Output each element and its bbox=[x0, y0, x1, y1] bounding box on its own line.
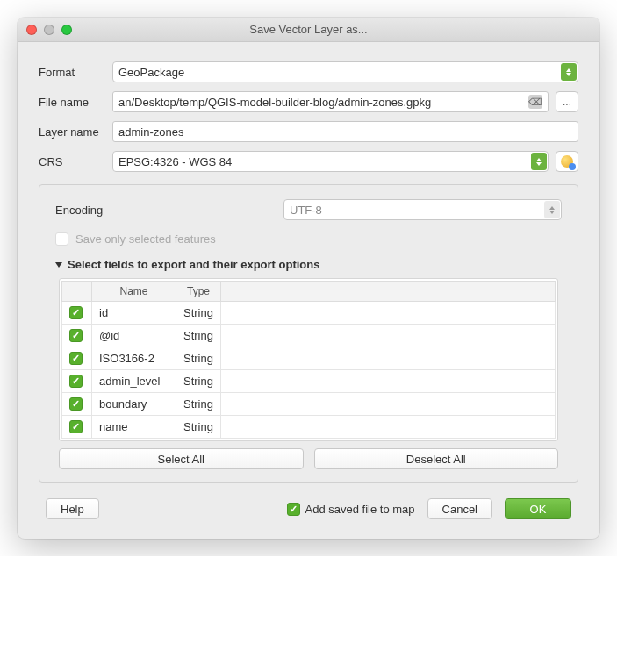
layer-name-value: admin-zones bbox=[118, 125, 183, 139]
clear-icon[interactable]: ⌫ bbox=[528, 95, 542, 109]
cancel-button[interactable]: Cancel bbox=[427, 498, 492, 519]
select-all-button[interactable]: Select All bbox=[59, 448, 304, 469]
encoding-label: Encoding bbox=[55, 204, 283, 217]
field-name: @id bbox=[92, 325, 176, 347]
col-name: Name bbox=[92, 282, 176, 302]
field-name: boundary bbox=[92, 393, 176, 416]
browse-button[interactable]: ... bbox=[556, 91, 578, 112]
globe-icon bbox=[561, 155, 573, 168]
window-title: Save Vector Layer as... bbox=[18, 23, 599, 36]
fields-table: Name Type idString@idStringISO3166-2Stri… bbox=[59, 278, 558, 441]
add-to-map-label: Add saved file to map bbox=[305, 503, 415, 516]
table-row: @idString bbox=[62, 325, 556, 347]
field-checkbox[interactable] bbox=[69, 329, 83, 342]
layer-name-input[interactable]: admin-zones bbox=[112, 121, 578, 142]
field-checkbox[interactable] bbox=[69, 375, 83, 388]
col-check bbox=[62, 282, 92, 302]
save-selected-label: Save only selected features bbox=[75, 232, 216, 246]
save-selected-checkbox bbox=[55, 232, 68, 246]
layer-name-label: Layer name bbox=[39, 125, 112, 139]
field-type: String bbox=[176, 370, 221, 393]
field-name: ISO3166-2 bbox=[92, 347, 176, 370]
crs-value: EPSG:4326 - WGS 84 bbox=[118, 155, 232, 168]
table-row: admin_levelString bbox=[62, 370, 556, 393]
field-checkbox[interactable] bbox=[69, 306, 83, 319]
deselect-all-button[interactable]: Deselect All bbox=[314, 448, 559, 469]
field-checkbox[interactable] bbox=[69, 420, 83, 433]
encoding-select: UTF-8 bbox=[283, 199, 562, 220]
field-type: String bbox=[176, 325, 221, 347]
chevron-updown-icon bbox=[531, 153, 547, 170]
fields-section-header[interactable]: Select fields to export and their export… bbox=[55, 258, 562, 271]
chevron-updown-icon bbox=[561, 63, 577, 81]
titlebar: Save Vector Layer as... bbox=[18, 18, 599, 42]
field-type: String bbox=[176, 302, 221, 325]
file-name-label: File name bbox=[39, 96, 112, 109]
add-to-map-row[interactable]: Add saved file to map bbox=[287, 503, 415, 516]
col-type: Type bbox=[176, 282, 221, 302]
ok-button[interactable]: OK bbox=[505, 498, 571, 519]
field-checkbox[interactable] bbox=[69, 397, 83, 411]
chevron-updown-icon bbox=[544, 201, 560, 218]
table-row: nameString bbox=[62, 416, 556, 439]
dialog-save-vector-layer: Save Vector Layer as... Format GeoPackag… bbox=[18, 18, 599, 539]
disclosure-triangle-icon bbox=[55, 262, 62, 268]
format-label: Format bbox=[39, 66, 112, 79]
col-blank bbox=[220, 282, 555, 302]
save-selected-row: Save only selected features bbox=[55, 232, 562, 246]
field-checkbox[interactable] bbox=[69, 352, 83, 365]
field-name: id bbox=[92, 302, 176, 325]
file-name-input[interactable]: an/Desktop/temp/QGIS-model-builder-blog/… bbox=[112, 91, 549, 112]
help-button[interactable]: Help bbox=[46, 498, 99, 519]
field-name: name bbox=[92, 416, 176, 439]
format-value: GeoPackage bbox=[118, 66, 184, 79]
file-name-value: an/Desktop/temp/QGIS-model-builder-blog/… bbox=[118, 96, 431, 109]
format-select[interactable]: GeoPackage bbox=[112, 61, 578, 82]
field-type: String bbox=[176, 347, 221, 370]
crs-select[interactable]: EPSG:4326 - WGS 84 bbox=[112, 151, 549, 172]
encoding-value: UTF-8 bbox=[290, 204, 322, 217]
add-to-map-checkbox[interactable] bbox=[287, 503, 300, 516]
options-panel: Encoding UTF-8 Save only selected featur… bbox=[39, 184, 578, 483]
table-row: ISO3166-2String bbox=[62, 347, 556, 370]
crs-picker-button[interactable] bbox=[556, 151, 578, 172]
field-type: String bbox=[176, 416, 221, 439]
table-row: idString bbox=[62, 302, 556, 325]
table-row: boundaryString bbox=[62, 393, 556, 416]
crs-label: CRS bbox=[39, 155, 112, 168]
field-name: admin_level bbox=[92, 370, 176, 393]
field-type: String bbox=[176, 393, 221, 416]
